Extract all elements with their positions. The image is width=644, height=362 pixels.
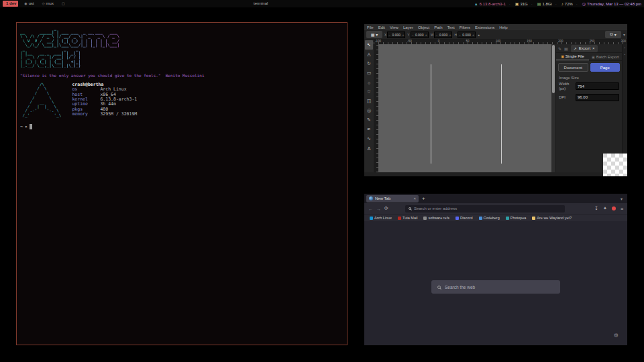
url-bar[interactable]: Search or enter address [405, 205, 565, 213]
layers-dialog-icon[interactable]: ▤ [564, 46, 568, 51]
menu-item[interactable]: Help [499, 25, 507, 29]
lock-ratio-icon[interactable]: ● [478, 33, 480, 37]
workspace-tag[interactable]: ▢ [60, 1, 68, 7]
increment-icon[interactable]: + [449, 33, 451, 37]
toolbar-overflow-icon[interactable]: ▾ [623, 32, 625, 37]
menu-item[interactable]: Text [447, 25, 455, 29]
ruler-label: 300 [621, 40, 626, 44]
menu-item[interactable]: View [390, 25, 398, 29]
workspace-tag[interactable]: 1 dev [3, 1, 18, 7]
tool-options-bar: ▦▾ X − 0.000 + Y − 0.000 + W − [364, 30, 627, 40]
pencil-tool-icon[interactable]: ✎ [365, 115, 373, 125]
decrement-icon[interactable]: − [435, 33, 437, 37]
terminal-cursor [30, 124, 32, 129]
menu-item[interactable]: File [367, 25, 374, 29]
dialog-tabs: ✎ ▤ ↗ Export × [556, 44, 622, 53]
field-value: 0.000 [415, 33, 424, 37]
export-preview-thumbnail [603, 154, 627, 176]
export-mode-tab[interactable]: ▣ Single File [556, 53, 589, 60]
field-value: 0.000 [462, 33, 471, 37]
menu-item[interactable]: Extensions [475, 25, 494, 29]
inkscape-statusbar [364, 172, 627, 176]
selection-mode-dropdown[interactable]: ▦▾ [366, 31, 382, 38]
snap-icon: ▪ [625, 52, 626, 56]
status-module: ▤ 1.8Gi [528, 1, 552, 6]
tab-close-icon[interactable]: × [413, 196, 416, 200]
terminal-window[interactable]: _ __ _____| | ___ ___ _ __ ___ ___ \ \ /… [16, 22, 347, 345]
page-border-left [431, 64, 431, 164]
web-search-box[interactable]: Search the web [431, 280, 560, 294]
bookmark-item[interactable]: Photopea [506, 216, 527, 220]
calligraphy-tool-icon[interactable]: ∿ [365, 134, 373, 143]
decrement-icon[interactable]: − [388, 33, 390, 37]
workspace-tags: 1 dev ◉ ust ◇ mux ▢ [3, 1, 68, 7]
shell-prompt[interactable]: ~ ▸ [20, 124, 343, 129]
export-dialog-tab[interactable]: ↗ Export × [571, 45, 598, 52]
fill-stroke-dialog-icon[interactable]: ✎ [558, 46, 561, 51]
menu-icon[interactable]: ≡ [621, 206, 623, 211]
bookmark-favicon-icon [479, 217, 482, 220]
forward-button[interactable]: → [376, 206, 381, 211]
bookmark-item[interactable]: Tuta Mail [398, 216, 417, 220]
workspace-tag[interactable]: ◉ ust [22, 1, 36, 7]
decrement-icon[interactable]: − [412, 33, 414, 37]
menu-item[interactable]: Edit [378, 25, 385, 29]
decrement-icon[interactable]: − [459, 33, 461, 37]
new-tab-button[interactable]: + [422, 196, 425, 202]
ellipse-tool-icon[interactable]: ○ [365, 78, 373, 87]
chevron-down-icon: ▾ [376, 32, 378, 37]
bookmark-favicon-icon [398, 217, 401, 220]
menu-item[interactable]: Path [434, 25, 442, 29]
star-tool-icon[interactable]: ☆ [365, 87, 373, 97]
transform-dropdown[interactable]: ⧉▾ [605, 31, 621, 38]
bookmark-item[interactable]: Discord [455, 216, 473, 220]
ruler-label: -100 [375, 40, 381, 44]
increment-icon[interactable]: + [402, 33, 404, 37]
box3d-tool-icon[interactable]: ◫ [365, 97, 373, 106]
personalize-gear-icon[interactable]: ⚙ [614, 333, 619, 339]
spinbox[interactable]: − 0.000 + [387, 32, 405, 38]
arch-logo-ascii: /\ / \ / \ / \ / __ \ / | | \ / .-' '-. … [20, 82, 61, 118]
spiral-tool-icon[interactable]: ◎ [365, 106, 373, 115]
menu-item[interactable]: Filters [460, 25, 470, 29]
close-icon[interactable]: × [592, 46, 595, 50]
bookmark-item[interactable]: Codeberg [479, 216, 500, 220]
spinbox[interactable]: − 0.000 + [411, 32, 429, 38]
back-button[interactable]: ← [368, 206, 373, 211]
field-label: W [431, 33, 434, 37]
increment-icon[interactable]: + [472, 33, 474, 37]
recording-indicator-icon[interactable] [612, 206, 616, 210]
bookmark-favicon-icon [532, 217, 535, 220]
export-mode-tab[interactable]: ▣ Batch Export [589, 53, 622, 60]
spinbox[interactable]: − 0.000 + [434, 32, 452, 38]
width-input[interactable]: 794 [576, 82, 619, 90]
scrollbar-thumb[interactable] [552, 45, 555, 93]
pen-tool-icon[interactable]: ✒ [365, 125, 373, 134]
extensions-icon[interactable]: ✦ [603, 206, 607, 211]
zoom-rotate-tool-icon[interactable]: ↻ [365, 59, 373, 68]
dpi-label: DPI [559, 95, 574, 100]
dpi-input[interactable]: 96.00 [576, 94, 619, 101]
drawing-canvas[interactable] [378, 44, 551, 172]
scope-button[interactable]: Page [590, 63, 621, 72]
bookmark-item[interactable]: software refs [423, 216, 449, 220]
workspace-tag[interactable]: ◇ mux [40, 1, 56, 7]
menu-item[interactable]: Object [418, 25, 429, 29]
selector-tool-icon[interactable]: ↖ [365, 40, 373, 50]
prompt-path: ~ [20, 124, 23, 129]
spinbox[interactable]: − 0.000 + [458, 32, 476, 38]
scope-button[interactable]: Document [558, 63, 588, 72]
menu-item[interactable]: Layer [403, 25, 413, 29]
node-tool-icon[interactable]: ◬ [365, 50, 373, 59]
coordinate-field: Y − 0.000 + [407, 32, 428, 38]
reload-button[interactable]: ⟳ [384, 206, 388, 211]
bookmark-item[interactable]: Are we Wayland yet? [532, 216, 572, 220]
inkscape-window: FileEditViewLayerObjectPathTextFiltersEx… [364, 24, 627, 176]
increment-icon[interactable]: + [425, 33, 427, 37]
browser-tab[interactable]: New Tab × [366, 195, 419, 202]
downloads-icon[interactable]: ↧ [594, 206, 598, 211]
list-tabs-chevron-icon[interactable]: ▾ [621, 196, 623, 201]
rectangle-tool-icon[interactable]: ▭ [365, 68, 373, 78]
text-tool-icon[interactable]: A [365, 143, 373, 153]
bookmark-item[interactable]: Arch Linux [370, 216, 392, 220]
